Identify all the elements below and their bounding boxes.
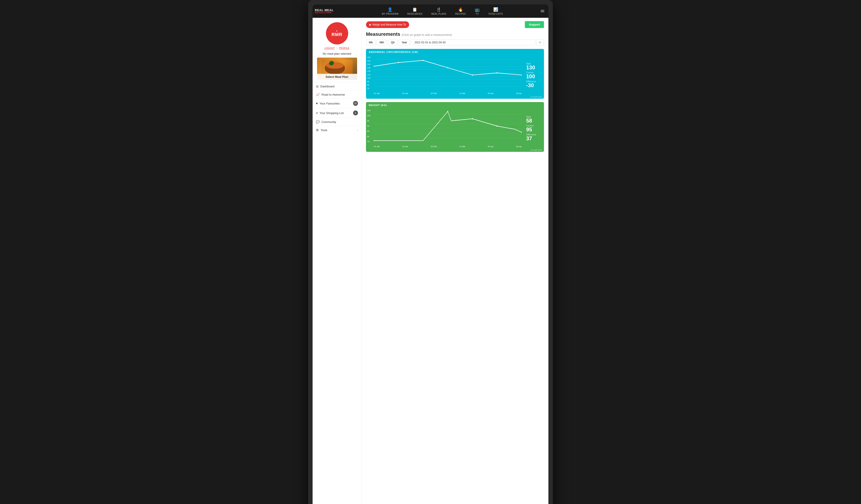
- my-program-icon: 👤: [387, 7, 393, 12]
- svg-point-24: [472, 118, 473, 120]
- nav-recipes-label: RECIPES: [455, 13, 466, 15]
- logo-text: REAL MEAL REVOLUTION: [315, 9, 334, 14]
- month-button[interactable]: Mth: [377, 40, 387, 45]
- weight-chart-stats: Start 58 Current 95 Difference 37: [524, 108, 544, 148]
- sidebar-item-community-label: Community: [322, 120, 336, 124]
- weight-chart-title: WEIGHT (KG): [366, 102, 544, 108]
- abdominal-chart-svg: [374, 56, 522, 89]
- weight-chart-area: 109 104 99 94 89 84 79: [366, 108, 524, 148]
- abdominal-chart-body: 160 150 140 130 120 110 100 90 80 70: [366, 55, 544, 95]
- svg-point-25: [496, 125, 497, 127]
- abdominal-chart-area: 160 150 140 130 120 110 100 90 80 70: [366, 55, 524, 95]
- abdominal-chart-stats: Start 130 Current 100 Difference -30: [524, 55, 544, 95]
- meal-plan-image[interactable]: Select Meal Plan: [317, 58, 357, 80]
- measurements-title: Measurements (Click on graph to add a me…: [366, 31, 544, 37]
- content-header: ▶ Weigh and Measure How To Support: [366, 21, 544, 28]
- measurements-subtitle: (Click on graph to add a measurement): [401, 33, 452, 37]
- logo: REAL MEAL REVOLUTION: [315, 9, 342, 14]
- nav-meal-plans-label: MEAL PLANS: [432, 13, 446, 15]
- abdominal-date: 23 April 2021: [366, 95, 544, 99]
- weight-difference: Difference 37: [526, 134, 542, 141]
- profile-link[interactable]: PROFILE: [339, 47, 350, 50]
- abdominal-start-label: Start 130: [526, 62, 542, 70]
- sidebar-item-shopping-label: Your Shopping List: [319, 111, 344, 115]
- select-meal-plan-button[interactable]: Select Meal Plan: [317, 74, 357, 80]
- nav-food-lists[interactable]: 📊 FOOD LISTS: [484, 5, 507, 17]
- tools-icon: ⚙: [316, 128, 319, 132]
- sidebar-auth-links: LOGOUT | PROFILE: [324, 47, 349, 50]
- svg-point-23: [447, 111, 448, 112]
- sidebar-item-road-label: Road to Awesome: [322, 93, 345, 96]
- nav-tv-label: TV: [476, 13, 479, 15]
- shopping-badge: 6: [353, 111, 358, 115]
- meal-plans-icon: 🍴: [436, 7, 441, 12]
- nav-tv[interactable]: 📺 TV: [470, 5, 484, 17]
- avatar-content: ★ RMR: [331, 30, 342, 37]
- year-button[interactable]: Year: [399, 40, 410, 45]
- avatar: ★ RMR: [326, 22, 348, 44]
- nav-my-program[interactable]: 👤 MY PROGRAM: [378, 5, 403, 17]
- refresh-button[interactable]: ↻: [536, 39, 544, 45]
- favourites-badge: 56: [353, 101, 358, 106]
- main-layout: ★ RMR LOGOUT | PROFILE No meal plan sele…: [313, 18, 548, 504]
- sidebar-item-dashboard-label: Dashboard: [320, 85, 334, 88]
- weight-chart-body: 109 104 99 94 89 84 79: [366, 108, 544, 148]
- community-icon: 💬: [316, 120, 320, 124]
- tools-arrow-icon: ›: [357, 128, 358, 132]
- weight-x-labels: 01 Jan 24 Jan 16 Feb 11 Mar 03 Apr 26 Ap…: [374, 145, 522, 148]
- logo-real: REAL MEAL: [315, 9, 334, 12]
- weight-chart[interactable]: WEIGHT (KG) 109 104 99 94 89 84 79: [366, 102, 544, 152]
- sidebar-item-tools-label: Tools: [320, 128, 327, 132]
- weight-date: 16 April 2021: [366, 148, 544, 152]
- nav-resources-label: RESOURCES: [407, 13, 423, 15]
- sidebar-item-favourites[interactable]: ♥ Your Favourites 56: [313, 98, 361, 108]
- nav-meal-plans[interactable]: 🍴 MEAL PLANS: [427, 5, 451, 17]
- nav-recipes[interactable]: 🔥 RECIPES: [451, 5, 470, 17]
- week-button[interactable]: Wk: [366, 40, 375, 45]
- svg-point-15: [521, 74, 522, 76]
- abdominal-current-label: Current 100: [526, 71, 542, 79]
- abdominal-x-labels: 01 Jan 24 Jan 16 Feb 11 Mar 03 Apr 26 Ap…: [374, 92, 522, 95]
- sidebar-item-tools[interactable]: ⚙ Tools ›: [313, 126, 361, 134]
- road-icon: 📈: [316, 93, 320, 96]
- quarter-button[interactable]: Qtr: [388, 40, 398, 45]
- tv-icon: 📺: [475, 7, 480, 12]
- weight-start: Start 58: [526, 116, 542, 123]
- time-controls: Wk Mth Qtr Year 2021-01-01 to 2021-04-30…: [366, 39, 544, 45]
- abdominal-difference: Difference -30: [526, 80, 542, 88]
- svg-point-22: [374, 140, 374, 141]
- weigh-measure-button[interactable]: ▶ Weigh and Measure How To: [366, 22, 409, 28]
- sidebar-item-favourites-label: Your Favourites: [319, 102, 340, 105]
- meal-plan-status: No meal plan selected: [323, 52, 351, 55]
- abdominal-y-labels: 160 150 140 130 120 110 100 90 80 70: [367, 56, 370, 89]
- navigation: REAL MEAL REVOLUTION 👤 MY PROGRAM 📋 RESO…: [313, 4, 548, 18]
- support-button[interactable]: Support: [525, 21, 544, 28]
- svg-point-13: [472, 74, 473, 76]
- date-range[interactable]: 2021-01-01 to 2021-04-30: [411, 40, 535, 45]
- svg-point-11: [423, 60, 424, 61]
- sidebar-item-shopping[interactable]: ≡ Your Shopping List 6: [313, 108, 361, 117]
- svg-point-12: [447, 67, 448, 69]
- sidebar-item-road-to-awesome[interactable]: 📈 Road to Awesome: [313, 90, 361, 98]
- logout-link[interactable]: LOGOUT: [324, 47, 334, 50]
- weight-chart-svg: [374, 109, 522, 143]
- sidebar-item-community[interactable]: 💬 Community: [313, 117, 361, 126]
- laptop-frame: REAL MEAL REVOLUTION 👤 MY PROGRAM 📋 RESO…: [308, 0, 553, 504]
- logo-revolution: REVOLUTION: [315, 12, 334, 14]
- svg-point-9: [374, 66, 374, 67]
- svg-point-10: [398, 62, 399, 63]
- abdominal-chart[interactable]: ABDOMINAL CIRCUMFERENCE (CM) 160 150 140…: [366, 49, 544, 99]
- nav-items: 👤 MY PROGRAM 📋 RESOURCES 🍴 MEAL PLANS 🔥 …: [346, 5, 539, 17]
- sidebar: ★ RMR LOGOUT | PROFILE No meal plan sele…: [313, 18, 361, 504]
- abdominal-chart-title: ABDOMINAL CIRCUMFERENCE (CM): [366, 49, 544, 55]
- weight-y-labels: 109 104 99 94 89 84 79: [367, 109, 370, 143]
- resources-icon: 📋: [412, 7, 418, 12]
- mail-icon[interactable]: ✉: [539, 7, 546, 16]
- nav-resources[interactable]: 📋 RESOURCES: [403, 5, 427, 17]
- nav-my-program-label: MY PROGRAM: [382, 13, 398, 15]
- nav-food-lists-label: FOOD LISTS: [489, 13, 503, 15]
- dashboard-icon: ◎: [316, 84, 318, 88]
- avatar-rmr-text: RMR: [331, 32, 342, 37]
- main-content: ▶ Weigh and Measure How To Support Measu…: [361, 18, 548, 504]
- sidebar-item-dashboard[interactable]: ◎ Dashboard: [313, 82, 361, 90]
